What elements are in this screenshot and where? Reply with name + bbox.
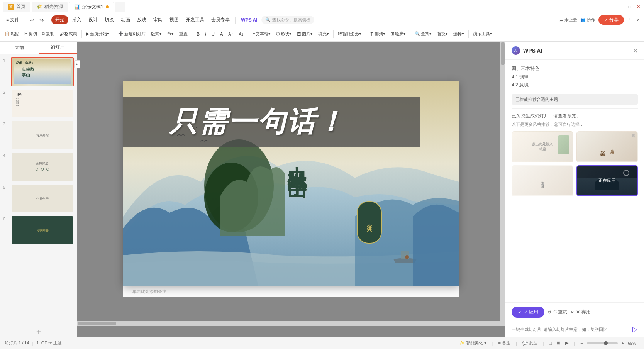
ai-theme-2[interactable]: 業 去出来如 题	[576, 131, 638, 162]
send-icon: ▷	[632, 325, 638, 333]
present-tools-button[interactable]: 演示工具▾	[471, 30, 495, 38]
menu-ai[interactable]: WPS AI	[238, 16, 260, 24]
collapse-panel-button[interactable]: ‹‹	[74, 60, 80, 68]
vertical-scrollbar[interactable]	[500, 42, 505, 326]
copy-button[interactable]: ⧉ 复制	[40, 30, 57, 38]
redo-button[interactable]: ↪	[37, 16, 46, 24]
note-icon: ≡	[128, 290, 130, 294]
add-slide-button[interactable]: ＋	[0, 326, 77, 337]
ai-theme-1[interactable]: 点击此处输入标题	[512, 131, 573, 162]
find-button[interactable]: 🔍 查找▾	[412, 30, 434, 38]
paste-button[interactable]: 📋 粘贴	[2, 30, 22, 38]
tab-slides[interactable]: 幻灯片	[39, 42, 77, 54]
add-tab-button[interactable]: +	[115, 2, 125, 12]
scrollbar-thumb-v[interactable]	[501, 42, 505, 65]
underline-button[interactable]: U	[209, 30, 217, 37]
font-size-down-button[interactable]: A↓	[236, 30, 246, 37]
tab-presentation[interactable]: 📊 演示文稿1	[69, 2, 114, 12]
view-grid-button[interactable]: ⊞	[554, 340, 563, 346]
slide-item-1[interactable]: 1 只需一句话！ 虫坐敞亭山	[3, 57, 74, 86]
view-slide-button[interactable]: ▶	[563, 340, 571, 346]
notes-button[interactable]: ≡ 备注	[496, 339, 512, 347]
ai-close-button[interactable]: ✕	[633, 47, 638, 54]
cloud-save-button[interactable]: ☁ 未上云	[559, 17, 577, 23]
bold-button[interactable]: B	[194, 30, 202, 37]
tab-presentation-label: 演示文稿1	[82, 4, 103, 10]
zoom-in-button[interactable]: +	[619, 340, 626, 346]
slide-thumb-4[interactable]: 古诗背景○ ○ ○	[11, 152, 74, 181]
format-painter-button[interactable]: 🖌 格式刷	[57, 30, 80, 38]
font-shadow-button[interactable]: A	[218, 30, 225, 37]
ai-theme-4[interactable]: 正在应用	[576, 165, 638, 196]
smart-art-button[interactable]: 转智能图形▾	[336, 30, 364, 38]
share-button[interactable]: ↗ 分享	[598, 15, 624, 25]
fill-button[interactable]: 填充▾	[316, 30, 331, 38]
slide-list: 1 只需一句话！ 虫坐敞亭山 2	[0, 54, 77, 326]
menu-vip[interactable]: 会员专享	[208, 15, 233, 25]
slide-item-6[interactable]: 6 诗歌内容	[3, 215, 74, 245]
slide-thumb-6[interactable]: 诗歌内容	[11, 215, 74, 245]
comments-button[interactable]: 💬 批注	[520, 339, 540, 347]
scrollbar-thumb-h[interactable]	[78, 322, 116, 325]
arrange-button[interactable]: ⊞ 轮廓▾	[388, 30, 408, 38]
ai-theme-3[interactable]: 洛 在往 神题	[512, 165, 573, 196]
align-text-button[interactable]: ≡ 文本框▾	[250, 30, 273, 38]
text-box-button[interactable]: T 排列▾	[368, 30, 388, 38]
collab-button[interactable]: 👥 协作	[580, 17, 595, 23]
layout-button[interactable]: 版式▾	[149, 30, 164, 38]
horizontal-scrollbar[interactable]	[77, 321, 500, 326]
ai-dismiss-button[interactable]: ✕ ✕ 弃用	[570, 309, 590, 315]
section-button[interactable]: 节▾	[165, 30, 176, 38]
undo-button[interactable]: ↩	[27, 16, 37, 24]
menu-animation[interactable]: 动画	[118, 15, 133, 25]
menu-transition[interactable]: 切换	[102, 15, 117, 25]
collapse-ribbon-button[interactable]: ∧	[636, 17, 641, 23]
view-normal-button[interactable]: □	[547, 340, 554, 346]
menu-design[interactable]: 设计	[85, 15, 101, 25]
zoom-out-button[interactable]: −	[578, 340, 585, 346]
menu-start[interactable]: 开始	[51, 15, 68, 24]
slide-thumb-1[interactable]: 只需一句话！ 虫坐敞亭山	[11, 57, 74, 86]
menu-insert[interactable]: 插入	[69, 15, 85, 25]
menu-slideshow[interactable]: 放映	[134, 15, 149, 25]
outline-item-2: 4.1 韵律	[512, 73, 638, 81]
slide-item-2[interactable]: 2 目录 01020304	[3, 89, 74, 118]
minimize-button[interactable]: ─	[619, 4, 624, 10]
search-box[interactable]: 🔍 查找命令、搜索模板	[261, 16, 314, 24]
paste-icon: 📋	[5, 31, 10, 36]
tab-home[interactable]: 首 首页	[3, 2, 30, 12]
menu-review[interactable]: 审阅	[150, 15, 166, 25]
menu-developer[interactable]: 开发工具	[183, 15, 207, 25]
close-button[interactable]: ✕	[636, 4, 641, 10]
cut-button[interactable]: ✂ 剪切	[22, 30, 39, 38]
more-options-button[interactable]: ⋮	[627, 17, 632, 23]
ai-retry-button[interactable]: ↺ C 重试	[547, 309, 567, 315]
italic-button[interactable]: I	[203, 30, 208, 37]
slide-item-5[interactable]: 5 作者生平	[3, 184, 74, 213]
maximize-button[interactable]: □	[627, 4, 632, 10]
ai-send-button[interactable]: ▷	[632, 325, 638, 334]
font-size-up-button[interactable]: A↑	[226, 30, 236, 37]
reset-button[interactable]: 重置	[177, 30, 190, 38]
zoom-slider[interactable]	[587, 342, 618, 344]
new-slide-button[interactable]: ➕ 新建幻灯片	[116, 30, 148, 38]
ai-input-field[interactable]	[512, 327, 630, 332]
zoom-thumb	[604, 341, 608, 345]
smart-beautify-button[interactable]: ✨ 智能美化 ▾	[457, 339, 489, 347]
menu-view[interactable]: 视图	[166, 15, 182, 25]
slide-thumb-2[interactable]: 目录 01020304	[11, 89, 74, 118]
tab-outline[interactable]: 大纲	[0, 42, 39, 54]
ai-apply-button[interactable]: ✓ ✓ 应用	[512, 307, 544, 318]
start-show-button[interactable]: ▶ 当页开始▾	[84, 30, 112, 38]
select-button[interactable]: 选择▾	[451, 30, 466, 38]
replace-button[interactable]: 替换▾	[435, 30, 450, 38]
tab-resource[interactable]: 🌾 稻壳资源	[32, 2, 68, 12]
shape-button[interactable]: ⬡ 形状▾	[274, 30, 294, 38]
slide-item-3[interactable]: 3 背景介绍	[3, 120, 74, 150]
slide-thumb-3[interactable]: 背景介绍	[11, 120, 74, 150]
slide-item-4[interactable]: 4 古诗背景○ ○ ○	[3, 152, 74, 181]
slide-thumb-5[interactable]: 作者生平	[11, 184, 74, 213]
add-note-bar[interactable]: ≡ 单击此处添加备注	[123, 286, 459, 297]
menu-file[interactable]: ≡ 文件	[3, 15, 22, 25]
picture-button[interactable]: 🖼 图片▾	[295, 30, 315, 38]
